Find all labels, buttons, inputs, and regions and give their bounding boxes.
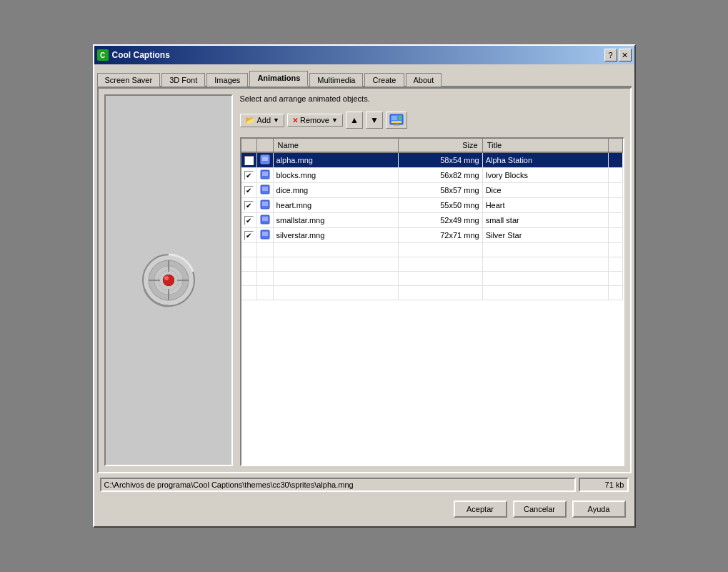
row-icon-cell	[256, 198, 273, 213]
row-checkbox-cell: ✔	[241, 198, 257, 213]
row-checkbox[interactable]: ✔	[244, 201, 254, 210]
file-icon	[260, 214, 270, 225]
close-button[interactable]: ✕	[619, 49, 632, 61]
svg-point-9	[164, 276, 169, 280]
svg-rect-18	[262, 157, 268, 161]
row-size: 58x57 mng	[399, 183, 482, 198]
svg-rect-20	[262, 172, 268, 176]
help-dialog-button[interactable]: Ayuda	[572, 500, 626, 518]
svg-rect-26	[262, 217, 268, 221]
up-arrow-icon: ▲	[350, 115, 359, 125]
svg-point-8	[163, 275, 174, 286]
preview-image	[140, 252, 197, 309]
tab-multimedia[interactable]: Multimedia	[309, 73, 363, 87]
tab-3d-font[interactable]: 3D Font	[161, 73, 205, 87]
row-checkbox-cell: ✔	[241, 228, 257, 243]
preview-button[interactable]	[386, 112, 407, 129]
row-extra	[608, 183, 622, 198]
row-size: 55x50 mng	[399, 198, 482, 213]
toolbar: 📂 Add ▼ ✕ Remove ▼ ▲ ▼	[240, 112, 624, 129]
description: Select and arrange animated objects.	[240, 94, 624, 103]
ok-button[interactable]: Aceptar	[454, 500, 507, 518]
row-icon-cell	[256, 183, 273, 198]
row-size: 58x54 mng	[399, 152, 482, 168]
svg-rect-14	[399, 116, 402, 120]
row-name: smallstar.mng	[273, 213, 399, 228]
add-dropdown-arrow: ▼	[273, 117, 279, 124]
col-size: Size	[399, 139, 482, 152]
table-container: Name Size Title ✔alpha.mng58x54 mngAlpha…	[240, 137, 624, 466]
row-checkbox[interactable]: ✔	[244, 216, 254, 225]
status-path: C:\Archivos de programa\Cool Captions\th…	[100, 478, 576, 492]
table-row[interactable]: ✔blocks.mng56x82 mngIvory Blocks	[241, 168, 623, 183]
row-name: blocks.mng	[273, 168, 399, 183]
row-icon-cell	[256, 152, 273, 168]
tab-bar: Screen Saver 3D Font Images Animations M…	[97, 67, 632, 87]
table-row[interactable]: ✔smallstar.mng52x49 mngsmall star	[241, 213, 623, 228]
app-icon: C	[97, 49, 109, 61]
move-up-button[interactable]: ▲	[346, 112, 363, 129]
tab-about[interactable]: About	[406, 73, 442, 87]
add-folder-icon: 📂	[245, 116, 255, 125]
table-row[interactable]: ✔dice.mng58x57 mngDice	[241, 183, 623, 198]
svg-rect-16	[394, 124, 399, 126]
window-content: Screen Saver 3D Font Images Animations M…	[94, 64, 634, 526]
row-name: dice.mng	[273, 183, 399, 198]
table-row[interactable]: ✔silverstar.mng72x71 mngSilver Star	[241, 228, 623, 243]
remove-dropdown-arrow: ▼	[331, 117, 338, 124]
row-checkbox-cell: ✔	[241, 213, 257, 228]
remove-button[interactable]: ✕ Remove ▼	[287, 114, 343, 127]
row-checkbox-cell: ✔	[241, 183, 257, 198]
row-size: 56x82 mng	[399, 168, 482, 183]
animations-table: Name Size Title ✔alpha.mng58x54 mngAlpha…	[241, 139, 623, 300]
tab-images[interactable]: Images	[206, 73, 248, 87]
table-row[interactable]: ✔alpha.mng58x54 mngAlpha Station	[241, 152, 623, 168]
row-name: heart.mng	[273, 198, 399, 213]
status-bar: C:\Archivos de programa\Cool Captions\th…	[100, 478, 629, 492]
status-size: 71 kb	[579, 478, 629, 492]
preview-icon	[389, 114, 404, 127]
right-panel: Select and arrange animated objects. 📂 A…	[240, 94, 624, 466]
file-icon	[260, 184, 270, 194]
window-title: Cool Captions	[112, 50, 170, 60]
col-check	[241, 139, 257, 152]
row-extra	[608, 198, 622, 213]
titlebar-buttons: ? ✕	[604, 49, 632, 61]
help-button[interactable]: ?	[604, 49, 617, 61]
tab-animations[interactable]: Animations	[249, 71, 308, 87]
row-extra	[608, 152, 622, 168]
row-checkbox[interactable]: ✔	[244, 171, 254, 180]
svg-rect-12	[392, 116, 397, 120]
titlebar-left: C Cool Captions	[97, 49, 170, 61]
row-extra	[608, 213, 622, 228]
table-row-empty	[241, 257, 623, 272]
svg-rect-22	[262, 187, 268, 191]
file-icon	[260, 154, 270, 164]
row-checkbox[interactable]: ✔	[244, 231, 254, 240]
add-button[interactable]: 📂 Add ▼	[240, 114, 285, 127]
row-title: Dice	[482, 183, 608, 198]
col-title: Title	[482, 139, 608, 152]
row-title: Heart	[482, 198, 608, 213]
row-icon-cell	[256, 228, 273, 243]
svg-rect-28	[262, 232, 268, 236]
row-size: 72x71 mng	[399, 228, 482, 243]
row-checkbox-cell: ✔	[241, 168, 257, 183]
preview-box	[104, 94, 233, 466]
row-name: silverstar.mng	[273, 228, 399, 243]
row-checkbox[interactable]: ✔	[244, 156, 254, 165]
table-row-empty	[241, 286, 623, 300]
row-title: Ivory Blocks	[482, 168, 608, 183]
down-arrow-icon: ▼	[370, 115, 379, 125]
row-size: 52x49 mng	[399, 213, 482, 228]
table-row-empty	[241, 272, 623, 286]
bottom-buttons: Aceptar Cancelar Ayuda	[97, 495, 632, 523]
row-extra	[608, 228, 622, 243]
row-checkbox[interactable]: ✔	[244, 186, 254, 195]
tab-create[interactable]: Create	[364, 73, 404, 87]
tab-screen-saver[interactable]: Screen Saver	[97, 73, 161, 87]
cancel-button[interactable]: Cancelar	[513, 500, 567, 518]
table-row[interactable]: ✔heart.mng55x50 mngHeart	[241, 198, 623, 213]
move-down-button[interactable]: ▼	[366, 112, 383, 129]
row-extra	[608, 168, 622, 183]
